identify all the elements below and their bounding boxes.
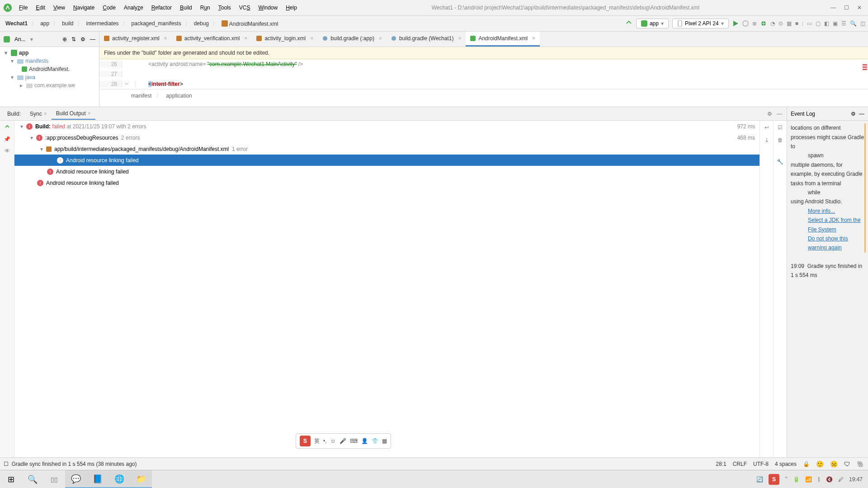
taskbar-wechat[interactable]: 💬 — [65, 470, 87, 488]
tab-android-manifest[interactable]: AndroidManifest.xml× — [466, 32, 540, 47]
panel-hide-icon[interactable]: — — [777, 111, 782, 117]
menu-vcs[interactable]: VCS — [236, 3, 254, 13]
menu-edit[interactable]: Edit — [32, 3, 49, 13]
tree-manifest-file[interactable]: AndroidManifest. — [29, 66, 70, 72]
coverage-icon[interactable]: ≣ — [752, 20, 757, 27]
device-selector[interactable]: Pixel 2 API 24 ▾ — [672, 19, 729, 28]
error-row-selected[interactable]: !Android resource linking failed — [14, 155, 760, 166]
tree-app[interactable]: app — [19, 50, 28, 56]
close-tab-icon[interactable]: × — [458, 35, 461, 42]
select-opened-icon[interactable]: ⊕ — [62, 36, 67, 42]
menu-build[interactable]: Build — [176, 3, 196, 13]
avd-manager-icon[interactable]: ▭ — [807, 20, 812, 27]
tree-package[interactable]: com.example.we — [34, 82, 75, 89]
menu-tools[interactable]: Tools — [215, 3, 235, 13]
tab-build-gradle-root[interactable]: build.gradle (Wechat1)× — [387, 32, 466, 47]
soft-wrap-icon[interactable]: ↩ — [764, 124, 769, 131]
clear-icon[interactable]: 🗑 — [778, 137, 783, 143]
menu-code[interactable]: Code — [99, 3, 119, 13]
build-output-tree[interactable]: ▾! Build: failed at 2021/11/25 19:07 wit… — [14, 121, 760, 457]
crumb-file[interactable]: AndroidManifest.xml — [219, 19, 281, 29]
sdk-manager-icon[interactable]: ▢ — [816, 20, 821, 27]
line-separator[interactable]: CRLF — [733, 461, 747, 467]
tab-activity-register[interactable]: activity_register.xml× — [99, 32, 172, 47]
taskbar-edge[interactable]: 🌐 — [108, 470, 130, 488]
wrench-icon[interactable]: 🔧 — [777, 159, 783, 165]
debug-button[interactable] — [760, 20, 767, 27]
structure-crumb-manifest[interactable]: manifest — [131, 93, 151, 99]
tray-sync-icon[interactable]: 🔄 — [756, 476, 763, 483]
menu-run[interactable]: Run — [197, 3, 214, 13]
error-row[interactable]: !Android resource linking failed — [14, 177, 760, 188]
resource-manager-icon[interactable]: ◧ — [824, 20, 829, 27]
ime-toolbox-icon[interactable]: ▦ — [382, 438, 387, 444]
error-row[interactable]: !Android resource linking failed — [14, 166, 760, 177]
attach-debugger-icon[interactable]: ⊙ — [778, 20, 783, 27]
start-button[interactable]: ⊞ — [0, 470, 22, 488]
project-view-selector[interactable]: An... — [14, 36, 26, 42]
cursor-position[interactable]: 28:1 — [716, 461, 726, 467]
close-button[interactable]: ✕ — [857, 5, 862, 11]
layout-inspector-icon[interactable]: ▣ — [833, 20, 838, 27]
crumb-build[interactable]: build — [59, 19, 76, 28]
tree-java[interactable]: java — [25, 74, 35, 80]
close-tab-icon[interactable]: × — [379, 35, 382, 42]
profile-icon[interactable]: ◔ — [770, 20, 775, 27]
tab-build-gradle-app[interactable]: build.gradle (:app)× — [318, 32, 387, 47]
filter-icon[interactable]: ☑ — [778, 124, 783, 131]
menu-view[interactable]: View — [50, 3, 69, 13]
crumb-app[interactable]: app — [38, 19, 52, 28]
toggle-view-icon[interactable]: 👁 — [5, 148, 10, 154]
search-everywhere-icon[interactable]: 🔍 — [850, 20, 857, 27]
crumb-debug[interactable]: debug — [191, 19, 212, 28]
menu-navigate[interactable]: Navigate — [70, 3, 98, 13]
more-run-icon[interactable]: ▦ — [787, 20, 792, 27]
tray-sogou-ime-icon[interactable]: S — [769, 474, 779, 485]
menu-window[interactable]: Window — [255, 3, 281, 13]
run-button[interactable] — [732, 20, 739, 27]
taskbar-explorer[interactable]: 📁 — [130, 470, 152, 488]
ime-keyboard-icon[interactable]: ⌨ — [350, 438, 358, 444]
tray-ime-icon[interactable]: 🖊 — [838, 476, 844, 483]
tray-bluetooth-icon[interactable]: ᛒ — [817, 476, 821, 483]
memory-indicator-icon[interactable]: 🛡 — [844, 460, 850, 468]
processes-icon[interactable]: 🐘 — [857, 460, 864, 468]
ime-person-icon[interactable]: 👤 — [361, 438, 368, 444]
ime-skin-icon[interactable]: 👕 — [372, 438, 378, 444]
ime-emoji-icon[interactable]: ☺ — [330, 438, 336, 444]
code-line-28[interactable]: <intent-filter> — [136, 81, 183, 87]
file-encoding[interactable]: UTF-8 — [753, 461, 769, 467]
tray-wifi-icon[interactable]: 📶 — [805, 476, 812, 483]
close-tab-icon[interactable]: × — [310, 35, 313, 42]
tab-activity-login[interactable]: activity_login.xml× — [252, 32, 318, 47]
sync-icon[interactable] — [625, 20, 632, 27]
maximize-button[interactable]: ☐ — [844, 5, 849, 11]
tray-battery-icon[interactable]: 🔋 — [793, 476, 800, 483]
tray-overflow-icon[interactable]: ˄ — [785, 476, 788, 483]
code-line-26[interactable]: <activity android:name= "com.example.Wec… — [136, 61, 303, 67]
ime-voice-icon[interactable]: 🎤 — [340, 438, 346, 444]
stop-button[interactable]: ■ — [795, 20, 798, 27]
settings-icon[interactable]: ⚙ — [80, 36, 85, 42]
menu-file[interactable]: File — [15, 3, 31, 13]
minimize-button[interactable]: — — [830, 5, 836, 11]
ime-punct-icon[interactable]: •, — [323, 438, 327, 444]
feedback-happy-icon[interactable]: 🙂 — [816, 460, 824, 468]
more-info-link[interactable]: More info... — [808, 208, 835, 214]
panel-sync-tab[interactable]: Sync× — [25, 108, 52, 119]
fold-icon[interactable] — [124, 81, 129, 86]
eventlog-hide-icon[interactable]: — — [859, 111, 864, 117]
tab-activity-verification[interactable]: activity_verification.xml× — [172, 32, 252, 47]
close-tab-icon[interactable]: × — [164, 35, 167, 42]
ide-config-icon[interactable]: ◫ — [860, 20, 865, 27]
expand-icon[interactable]: ⇅ — [71, 36, 76, 42]
pin-icon[interactable]: 📌 — [4, 136, 10, 142]
project-tree[interactable]: ▾app ▾manifests AndroidManifest. ▾java ▸… — [0, 47, 99, 107]
select-jdk-link[interactable]: Select a JDK from the File System — [808, 217, 861, 232]
task-view-button[interactable]: ▯▯ — [43, 470, 65, 488]
close-tab-icon[interactable]: × — [532, 35, 535, 42]
dont-show-link[interactable]: Do not show this warning again — [808, 235, 848, 251]
hide-icon[interactable]: — — [90, 36, 95, 42]
crumb-intermediates[interactable]: intermediates — [84, 19, 122, 28]
eventlog-content[interactable]: locations on different processes might c… — [787, 121, 868, 457]
